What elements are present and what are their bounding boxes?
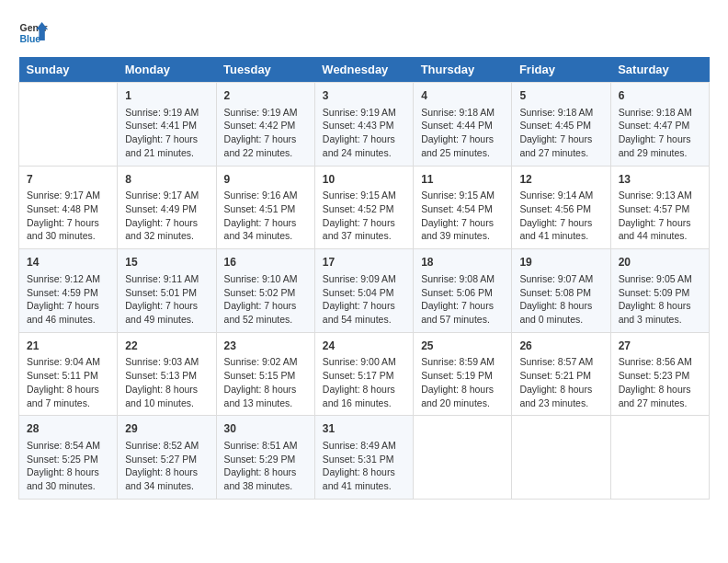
day-number: 11 (421, 172, 504, 188)
day-cell: 26Sunrise: 8:57 AMSunset: 5:21 PMDayligh… (512, 332, 610, 416)
day-number: 21 (27, 339, 109, 354)
day-number: 10 (323, 172, 405, 188)
day-cell: 16Sunrise: 9:10 AMSunset: 5:02 PMDayligh… (216, 249, 314, 333)
day-cell: 11Sunrise: 9:15 AMSunset: 4:54 PMDayligh… (414, 166, 512, 249)
day-number: 22 (125, 339, 208, 354)
day-number: 19 (519, 255, 602, 270)
day-info: Sunrise: 9:15 AMSunset: 4:52 PMDaylight:… (323, 189, 405, 243)
header: General Blue (18, 18, 710, 48)
header-cell-saturday: Saturday (610, 57, 709, 83)
day-info: Sunrise: 9:15 AMSunset: 4:54 PMDaylight:… (421, 189, 504, 243)
week-row-2: 7Sunrise: 9:17 AMSunset: 4:48 PMDaylight… (19, 166, 710, 249)
day-info: Sunrise: 8:49 AMSunset: 5:31 PMDaylight:… (323, 439, 405, 493)
week-row-4: 21Sunrise: 9:04 AMSunset: 5:11 PMDayligh… (19, 332, 710, 416)
day-info: Sunrise: 9:18 AMSunset: 4:45 PMDaylight:… (519, 106, 602, 160)
day-cell: 1Sunrise: 9:19 AMSunset: 4:41 PMDaylight… (118, 83, 216, 167)
day-cell (19, 83, 118, 167)
day-info: Sunrise: 9:04 AMSunset: 5:11 PMDaylight:… (27, 355, 109, 409)
header-cell-sunday: Sunday (19, 57, 118, 83)
day-cell: 8Sunrise: 9:17 AMSunset: 4:49 PMDaylight… (118, 166, 216, 249)
day-info: Sunrise: 9:14 AMSunset: 4:56 PMDaylight:… (519, 189, 602, 243)
day-info: Sunrise: 9:02 AMSunset: 5:15 PMDaylight:… (224, 355, 307, 409)
week-row-1: 1Sunrise: 9:19 AMSunset: 4:41 PMDaylight… (19, 83, 710, 167)
day-info: Sunrise: 9:18 AMSunset: 4:47 PMDaylight:… (619, 106, 701, 160)
day-number: 14 (27, 255, 109, 270)
day-cell (512, 416, 610, 500)
day-info: Sunrise: 9:18 AMSunset: 4:44 PMDaylight:… (421, 106, 504, 160)
header-cell-thursday: Thursday (414, 57, 512, 83)
logo: General Blue (18, 18, 51, 48)
day-number: 24 (323, 339, 405, 354)
day-cell: 30Sunrise: 8:51 AMSunset: 5:29 PMDayligh… (216, 416, 314, 500)
day-number: 8 (125, 172, 208, 188)
day-info: Sunrise: 8:56 AMSunset: 5:23 PMDaylight:… (619, 355, 701, 409)
day-info: Sunrise: 9:12 AMSunset: 4:59 PMDaylight:… (27, 272, 109, 327)
day-cell (414, 416, 512, 500)
calendar-body: 1Sunrise: 9:19 AMSunset: 4:41 PMDaylight… (19, 83, 710, 500)
day-number: 15 (125, 255, 208, 270)
calendar-header: SundayMondayTuesdayWednesdayThursdayFrid… (19, 57, 710, 83)
day-cell: 24Sunrise: 9:00 AMSunset: 5:17 PMDayligh… (314, 332, 413, 416)
day-cell: 9Sunrise: 9:16 AMSunset: 4:51 PMDaylight… (216, 166, 314, 249)
day-number: 26 (519, 339, 602, 354)
day-info: Sunrise: 8:51 AMSunset: 5:29 PMDaylight:… (224, 439, 307, 493)
day-number: 2 (224, 88, 307, 104)
day-cell: 14Sunrise: 9:12 AMSunset: 4:59 PMDayligh… (19, 249, 118, 333)
header-cell-monday: Monday (118, 57, 216, 83)
day-number: 20 (619, 255, 701, 270)
day-info: Sunrise: 9:07 AMSunset: 5:08 PMDaylight:… (519, 272, 602, 327)
day-cell: 4Sunrise: 9:18 AMSunset: 4:44 PMDaylight… (414, 83, 512, 167)
day-info: Sunrise: 8:57 AMSunset: 5:21 PMDaylight:… (519, 355, 602, 409)
day-number: 12 (519, 172, 602, 188)
day-number: 29 (125, 421, 208, 437)
day-number: 23 (224, 339, 307, 354)
day-number: 13 (619, 172, 701, 188)
week-row-3: 14Sunrise: 9:12 AMSunset: 4:59 PMDayligh… (19, 249, 710, 333)
day-cell: 20Sunrise: 9:05 AMSunset: 5:09 PMDayligh… (610, 249, 709, 333)
header-cell-wednesday: Wednesday (314, 57, 413, 83)
day-info: Sunrise: 9:17 AMSunset: 4:48 PMDaylight:… (27, 189, 109, 243)
day-cell: 7Sunrise: 9:17 AMSunset: 4:48 PMDaylight… (19, 166, 118, 249)
day-cell: 17Sunrise: 9:09 AMSunset: 5:04 PMDayligh… (314, 249, 413, 333)
day-cell: 13Sunrise: 9:13 AMSunset: 4:57 PMDayligh… (610, 166, 709, 249)
day-cell: 3Sunrise: 9:19 AMSunset: 4:43 PMDaylight… (314, 83, 413, 167)
day-cell: 12Sunrise: 9:14 AMSunset: 4:56 PMDayligh… (512, 166, 610, 249)
day-cell: 22Sunrise: 9:03 AMSunset: 5:13 PMDayligh… (118, 332, 216, 416)
day-cell: 29Sunrise: 8:52 AMSunset: 5:27 PMDayligh… (118, 416, 216, 500)
header-cell-friday: Friday (512, 57, 610, 83)
day-number: 16 (224, 255, 307, 270)
day-number: 27 (619, 339, 701, 354)
day-cell: 2Sunrise: 9:19 AMSunset: 4:42 PMDaylight… (216, 83, 314, 167)
header-row: SundayMondayTuesdayWednesdayThursdayFrid… (19, 57, 710, 83)
day-number: 6 (619, 88, 701, 104)
day-info: Sunrise: 9:19 AMSunset: 4:41 PMDaylight:… (125, 106, 208, 160)
day-number: 28 (27, 421, 109, 437)
day-number: 1 (125, 88, 208, 104)
day-info: Sunrise: 9:10 AMSunset: 5:02 PMDaylight:… (224, 272, 307, 327)
day-number: 7 (27, 172, 109, 188)
day-cell: 25Sunrise: 8:59 AMSunset: 5:19 PMDayligh… (414, 332, 512, 416)
day-cell: 5Sunrise: 9:18 AMSunset: 4:45 PMDaylight… (512, 83, 610, 167)
day-number: 9 (224, 172, 307, 188)
day-info: Sunrise: 9:13 AMSunset: 4:57 PMDaylight:… (619, 189, 701, 243)
day-number: 31 (323, 421, 405, 437)
day-number: 17 (323, 255, 405, 270)
day-info: Sunrise: 9:11 AMSunset: 5:01 PMDaylight:… (125, 272, 208, 327)
day-info: Sunrise: 9:09 AMSunset: 5:04 PMDaylight:… (323, 272, 405, 327)
day-info: Sunrise: 8:52 AMSunset: 5:27 PMDaylight:… (125, 439, 208, 493)
day-number: 18 (421, 255, 504, 270)
week-row-5: 28Sunrise: 8:54 AMSunset: 5:25 PMDayligh… (19, 416, 710, 500)
svg-text:Blue: Blue (20, 34, 41, 44)
day-info: Sunrise: 9:05 AMSunset: 5:09 PMDaylight:… (619, 272, 701, 327)
day-info: Sunrise: 8:54 AMSunset: 5:25 PMDaylight:… (27, 439, 109, 493)
day-cell: 18Sunrise: 9:08 AMSunset: 5:06 PMDayligh… (414, 249, 512, 333)
day-cell: 19Sunrise: 9:07 AMSunset: 5:08 PMDayligh… (512, 249, 610, 333)
day-info: Sunrise: 9:19 AMSunset: 4:42 PMDaylight:… (224, 106, 307, 160)
day-info: Sunrise: 9:19 AMSunset: 4:43 PMDaylight:… (323, 106, 405, 160)
day-info: Sunrise: 9:03 AMSunset: 5:13 PMDaylight:… (125, 355, 208, 409)
day-number: 25 (421, 339, 504, 354)
day-info: Sunrise: 8:59 AMSunset: 5:19 PMDaylight:… (421, 355, 504, 409)
day-cell: 21Sunrise: 9:04 AMSunset: 5:11 PMDayligh… (19, 332, 118, 416)
day-number: 4 (421, 88, 504, 104)
day-cell: 6Sunrise: 9:18 AMSunset: 4:47 PMDaylight… (610, 83, 709, 167)
